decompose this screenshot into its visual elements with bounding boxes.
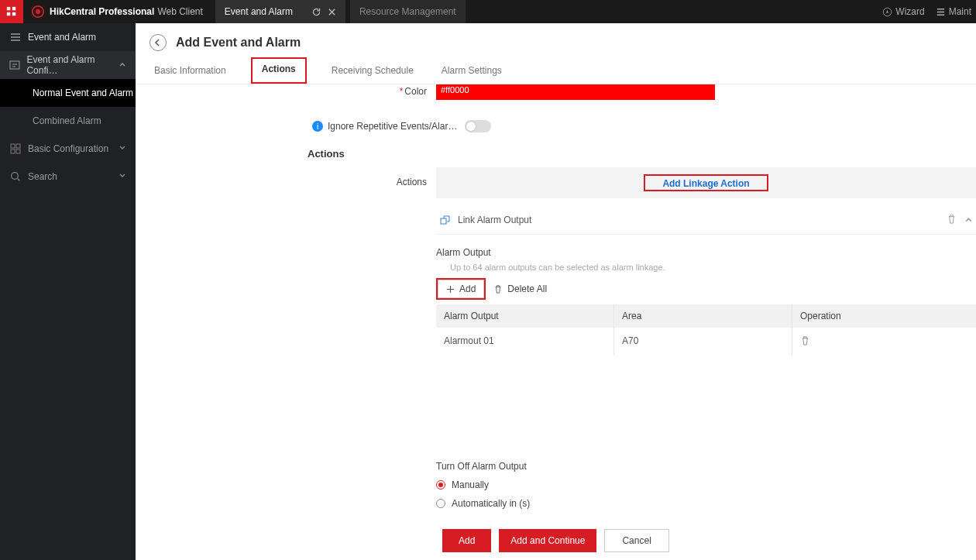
radio-automatically[interactable]: Automatically in (s) <box>436 498 976 509</box>
col-operation: Operation <box>792 304 976 328</box>
subtab-schedule[interactable]: Receiving Schedule <box>328 59 417 84</box>
apps-menu-button[interactable] <box>0 0 23 23</box>
svg-rect-1 <box>12 7 15 10</box>
sidebar-search-label: Search <box>28 171 57 182</box>
sidebar-item-normal-event[interactable]: Normal Event and Alarm <box>0 79 136 107</box>
sidebar-config-label: Event and Alarm Confi… <box>26 54 119 76</box>
top-right-tools: Wizard Maint <box>882 6 976 17</box>
wizard-label: Wizard <box>895 6 924 17</box>
alarm-output-table: Alarm Output Area Operation Alarmout 01 … <box>436 304 976 441</box>
content-scroll[interactable]: *Color #ff0000 i Ignore Repetitive Event… <box>136 84 976 560</box>
menu-icon <box>936 7 946 17</box>
close-icon[interactable] <box>328 8 336 16</box>
add-alarm-output-button[interactable]: Add <box>438 280 484 298</box>
ignore-repetitive-toggle[interactable] <box>465 120 491 132</box>
maintenance-label: Maint <box>949 6 971 17</box>
subtab-alarm-settings[interactable]: Alarm Settings <box>438 59 505 84</box>
sidebar-root[interactable]: Event and Alarm <box>0 23 136 51</box>
sidebar-item-basic-config[interactable]: Basic Configuration <box>0 135 136 163</box>
highlight-frame: Add <box>436 278 486 300</box>
arrow-left-icon <box>153 38 163 47</box>
cell-operation <box>792 328 976 356</box>
delete-panel-button[interactable] <box>947 214 957 226</box>
ignore-repetitive-label: Ignore Repetitive Events/Alar… <box>328 121 457 132</box>
col-alarm-output: Alarm Output <box>436 304 614 328</box>
table-empty-area <box>436 356 976 441</box>
svg-rect-2 <box>7 12 10 15</box>
svg-rect-13 <box>441 218 446 224</box>
top-tab-label: Event and Alarm <box>225 6 293 17</box>
radio-manually[interactable]: Manually <box>436 479 976 490</box>
add-button[interactable]: Add <box>442 529 491 552</box>
svg-rect-8 <box>11 144 15 148</box>
add-button-label: Add <box>459 283 476 294</box>
color-value-field[interactable]: #ff0000 <box>436 84 715 100</box>
page-title: Add Event and Alarm <box>176 36 301 50</box>
color-label-wrap: *Color <box>136 86 436 97</box>
sidebar-normal-label: Normal Event and Alarm <box>33 88 133 98</box>
svg-point-12 <box>12 173 19 180</box>
subtab-actions[interactable]: Actions <box>251 57 307 84</box>
chevron-down-icon <box>119 143 126 154</box>
chevron-up-icon <box>119 60 126 70</box>
sidebar-root-label: Event and Alarm <box>28 32 96 43</box>
trash-icon <box>947 214 957 224</box>
top-bar: HikCentral Professional Web Client Event… <box>0 0 976 23</box>
col-area: Area <box>614 304 792 328</box>
table-row: Alarmout 01 A70 <box>436 328 976 356</box>
footer-actions: Add Add and Continue Cancel <box>136 518 976 560</box>
top-tab-resource-management[interactable]: Resource Management <box>350 0 466 23</box>
sidebar-item-combined-alarm[interactable]: Combined Alarm <box>0 107 136 135</box>
link-alarm-icon <box>439 214 452 226</box>
brand: HikCentral Professional Web Client <box>23 0 211 23</box>
required-asterisk: * <box>400 86 404 97</box>
svg-rect-11 <box>16 149 20 153</box>
highlight-frame: Add Linkage Action <box>644 174 768 191</box>
radio-auto-label: Automatically in (s) <box>452 498 530 509</box>
top-tabstrip: Event and Alarm Resource Management <box>215 0 466 23</box>
subtab-basic-info[interactable]: Basic Information <box>151 59 229 84</box>
cell-area: A70 <box>614 328 792 356</box>
brand-logo-icon <box>31 5 45 19</box>
actions-row-label: Actions <box>136 167 436 187</box>
compass-icon <box>882 7 892 17</box>
add-and-continue-button[interactable]: Add and Continue <box>499 529 596 552</box>
linkage-action-bar: Add Linkage Action <box>436 167 976 198</box>
row-delete-button[interactable] <box>800 337 810 348</box>
wizard-link[interactable]: Wizard <box>882 6 924 17</box>
maintenance-link[interactable]: Maint <box>936 6 971 17</box>
config-icon <box>9 60 20 70</box>
alarm-output-sublabel: Alarm Output <box>436 247 976 258</box>
radio-icon <box>436 480 445 490</box>
cancel-button[interactable]: Cancel <box>604 529 668 552</box>
radio-icon <box>436 499 445 508</box>
svg-rect-10 <box>11 149 15 153</box>
svg-rect-3 <box>12 12 15 15</box>
info-icon[interactable]: i <box>312 121 323 132</box>
color-label: Color <box>404 86 427 97</box>
cell-alarm-output: Alarmout 01 <box>436 328 614 356</box>
top-tab-event-alarm[interactable]: Event and Alarm <box>215 0 345 23</box>
grid-icon <box>9 143 22 154</box>
sidebar: Event and Alarm Event and Alarm Confi… N… <box>0 23 136 560</box>
svg-point-5 <box>36 9 40 14</box>
brand-sub: Web Client <box>157 6 202 17</box>
section-actions-title: Actions <box>136 132 976 167</box>
delete-all-button[interactable]: Delete All <box>493 283 547 294</box>
apps-grid-icon <box>6 6 17 17</box>
main-panel: Add Event and Alarm Basic Information Ac… <box>136 23 976 560</box>
add-linkage-action-button[interactable]: Add Linkage Action <box>645 172 766 195</box>
hamburger-icon <box>9 32 22 43</box>
chevron-up-icon <box>964 215 973 224</box>
search-icon <box>9 171 22 182</box>
top-tab-label: Resource Management <box>359 6 456 17</box>
trash-icon <box>493 284 503 294</box>
turn-off-alarm-output-label: Turn Off Alarm Output <box>436 461 976 472</box>
sidebar-basic-label: Basic Configuration <box>28 143 108 154</box>
link-alarm-output-title: Link Alarm Output <box>458 215 531 225</box>
back-button[interactable] <box>149 34 167 51</box>
collapse-panel-button[interactable] <box>964 215 973 226</box>
sidebar-item-search[interactable]: Search <box>0 163 136 191</box>
sidebar-item-config[interactable]: Event and Alarm Confi… <box>0 51 136 79</box>
refresh-icon[interactable] <box>311 7 321 17</box>
